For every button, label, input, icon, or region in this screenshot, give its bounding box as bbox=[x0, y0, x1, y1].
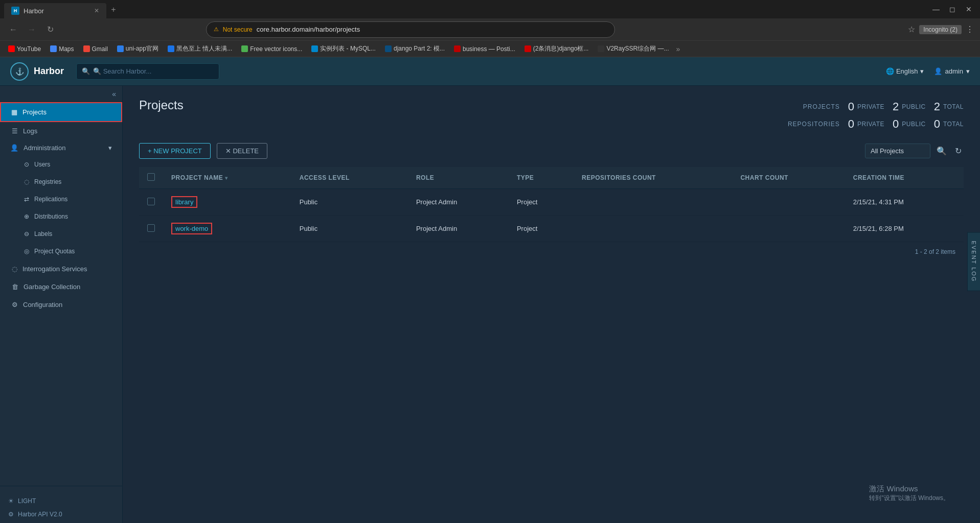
sidebar-item-registries[interactable]: ◌ Registries bbox=[6, 173, 122, 191]
incognito-badge: Incognito (2) bbox=[919, 25, 962, 34]
sidebar-item-logs[interactable]: ☰ Logs bbox=[0, 122, 122, 140]
reload-button[interactable]: ↻ bbox=[43, 22, 57, 37]
search-filter-button[interactable]: 🔍 bbox=[935, 144, 949, 158]
minimize-button[interactable]: — bbox=[929, 4, 943, 14]
user-chevron-icon: ▾ bbox=[966, 67, 970, 75]
tab-title: Harbor bbox=[24, 7, 44, 15]
repos-public-label: PUBLIC bbox=[902, 121, 925, 128]
sidebar-item-distributions[interactable]: ⊕ Distributions bbox=[6, 208, 122, 225]
windows-watermark: 激活 Windows 转到"设置"以激活 Windows。 bbox=[869, 484, 949, 503]
page-title: Projects bbox=[139, 98, 184, 112]
delete-button[interactable]: ✕ DELETE bbox=[217, 143, 267, 159]
repos-total-num: 0 bbox=[934, 117, 940, 131]
language-chevron-icon: ▾ bbox=[920, 67, 924, 75]
projects-total-num: 2 bbox=[934, 100, 940, 113]
forward-button[interactable]: → bbox=[25, 22, 39, 37]
address-text: core.harbor.domain/harbor/projects bbox=[257, 26, 360, 33]
repos-private-num: 0 bbox=[848, 117, 854, 131]
sidebar-item-projects[interactable]: ▦ Projects bbox=[0, 102, 122, 122]
search-placeholder: 🔍 Search Harbor... bbox=[93, 67, 151, 75]
workdemo-role: Project Admin bbox=[416, 225, 457, 232]
filter-section: All Projects My Projects Public Projects… bbox=[865, 144, 964, 158]
sidebar-toggle-button[interactable]: « bbox=[112, 90, 116, 98]
new-tab-button[interactable]: + bbox=[106, 3, 121, 18]
bookmark-django2[interactable]: (2条消息)django框... bbox=[520, 43, 593, 55]
distributions-icon: ⊕ bbox=[24, 213, 29, 220]
toolbar: + NEW PROJECT ✕ DELETE All Projects My P… bbox=[139, 143, 964, 159]
sidebar-projects-label: Projects bbox=[22, 108, 47, 116]
address-bar[interactable]: ⚠ Not secure core.harbor.domain/harbor/p… bbox=[206, 21, 615, 38]
back-button[interactable]: ← bbox=[6, 22, 20, 37]
repos-private-label: PRIVATE bbox=[857, 121, 884, 128]
library-access-level: Public bbox=[300, 198, 317, 206]
bookmark-star-button[interactable]: ☆ bbox=[908, 25, 915, 34]
sidebar-item-configuration[interactable]: ⚙ Configuration bbox=[0, 296, 122, 314]
sidebar-logs-label: Logs bbox=[23, 127, 37, 135]
sidebar-item-users[interactable]: ⊙ Users bbox=[6, 156, 122, 173]
app-logo: ⚓ Harbor bbox=[10, 62, 64, 81]
refresh-button[interactable]: ↻ bbox=[953, 144, 964, 158]
user-label: admin bbox=[945, 67, 963, 75]
projects-public-label: PUBLIC bbox=[902, 103, 925, 110]
bookmark-v2ray[interactable]: V2RaySSR综合网 —... bbox=[594, 43, 673, 55]
sidebar-item-project-quotas[interactable]: ◎ Project Quotas bbox=[6, 243, 122, 260]
sidebar-administration-section[interactable]: 👤 Administration ▾ bbox=[0, 140, 122, 156]
administration-chevron-icon: ▾ bbox=[108, 144, 112, 152]
bookmark-uniapp[interactable]: uni-app官网 bbox=[113, 43, 163, 55]
projects-stat-label: PROJECTS bbox=[789, 103, 840, 110]
repos-stat-label: REPOSITORIES bbox=[788, 121, 840, 128]
projects-icon: ▦ bbox=[11, 108, 17, 116]
sort-icon[interactable]: ▾ bbox=[225, 175, 228, 181]
sidebar-labels-label: Labels bbox=[34, 230, 52, 237]
bookmark-youtube[interactable]: YouTube bbox=[4, 44, 45, 54]
sidebar-distributions-label: Distributions bbox=[34, 213, 68, 220]
col-repos-count: Repositories Count bbox=[582, 174, 656, 181]
language-selector[interactable]: 🌐 English ▾ bbox=[886, 67, 924, 75]
bookmark-django[interactable]: django Part 2: 模... bbox=[381, 43, 449, 55]
sidebar-item-replications[interactable]: ⇄ Replications bbox=[6, 191, 122, 208]
sidebar-replications-label: Replications bbox=[34, 196, 67, 203]
light-icon: ☀ bbox=[8, 497, 14, 505]
new-project-label: + NEW PROJECT bbox=[148, 147, 202, 155]
filter-dropdown-select[interactable]: All Projects My Projects Public Projects bbox=[865, 144, 930, 158]
row-checkbox-workdemo[interactable] bbox=[147, 224, 155, 232]
sidebar-item-light[interactable]: ☀ LIGHT bbox=[8, 494, 114, 508]
sidebar: « ▦ Projects ☰ Logs 👤 Administration ▾ bbox=[0, 86, 123, 523]
bookmark-freevector[interactable]: Free vector icons... bbox=[237, 44, 306, 54]
new-project-button[interactable]: + NEW PROJECT bbox=[139, 143, 211, 159]
close-button[interactable]: ✕ bbox=[962, 4, 976, 14]
sidebar-garbage-label: Garbage Collection bbox=[24, 283, 80, 291]
bookmarks-more-button[interactable]: » bbox=[674, 45, 682, 53]
sidebar-item-labels[interactable]: ⊖ Labels bbox=[6, 225, 122, 243]
table-row: library Public Project Admin Project 2/1… bbox=[139, 189, 964, 216]
tab-close-icon[interactable]: ✕ bbox=[94, 7, 99, 14]
bookmark-mysql[interactable]: 实例列表 - MySQL... bbox=[307, 43, 380, 55]
bookmark-business[interactable]: business — Posti... bbox=[450, 44, 519, 54]
app-header: ⚓ Harbor 🔍 🔍 Search Harbor... 🌐 English … bbox=[0, 57, 980, 86]
sidebar-item-api[interactable]: ⚙ Harbor API V2.0 bbox=[8, 508, 114, 521]
administration-label: Administration bbox=[24, 144, 65, 152]
event-log-tab[interactable]: EVENT LOG bbox=[967, 232, 980, 291]
sidebar-registries-label: Registries bbox=[34, 178, 61, 185]
maximize-button[interactable]: ◻ bbox=[945, 4, 960, 14]
user-menu[interactable]: 👤 admin ▾ bbox=[934, 67, 970, 75]
col-project-name: Project Name bbox=[171, 174, 223, 181]
repos-total-label: TOTAL bbox=[943, 121, 964, 128]
sidebar-item-garbage[interactable]: 🗑 Garbage Collection bbox=[0, 278, 122, 296]
project-link-work-demo[interactable]: work-demo bbox=[171, 223, 212, 234]
bookmark-maps[interactable]: Maps bbox=[46, 44, 78, 54]
sidebar-item-interrogation[interactable]: ◌ Interrogation Services bbox=[0, 260, 122, 278]
extensions-button[interactable]: ⋮ bbox=[966, 25, 974, 34]
administration-icon: 👤 bbox=[10, 144, 18, 152]
search-bar[interactable]: 🔍 🔍 Search Harbor... bbox=[76, 63, 219, 80]
users-icon: ⊙ bbox=[24, 161, 29, 168]
bookmark-heise[interactable]: 黑色至上 情人未满... bbox=[164, 43, 236, 55]
bookmark-gmail[interactable]: Gmail bbox=[79, 44, 112, 54]
project-link-library[interactable]: library bbox=[171, 196, 197, 208]
select-all-checkbox[interactable] bbox=[147, 173, 155, 181]
row-checkbox-library[interactable] bbox=[147, 198, 155, 205]
api-icon: ⚙ bbox=[8, 511, 14, 518]
projects-public-num: 2 bbox=[893, 100, 899, 113]
browser-tab[interactable]: H Harbor ✕ bbox=[4, 3, 106, 18]
col-access-level: Access Level bbox=[300, 174, 350, 181]
